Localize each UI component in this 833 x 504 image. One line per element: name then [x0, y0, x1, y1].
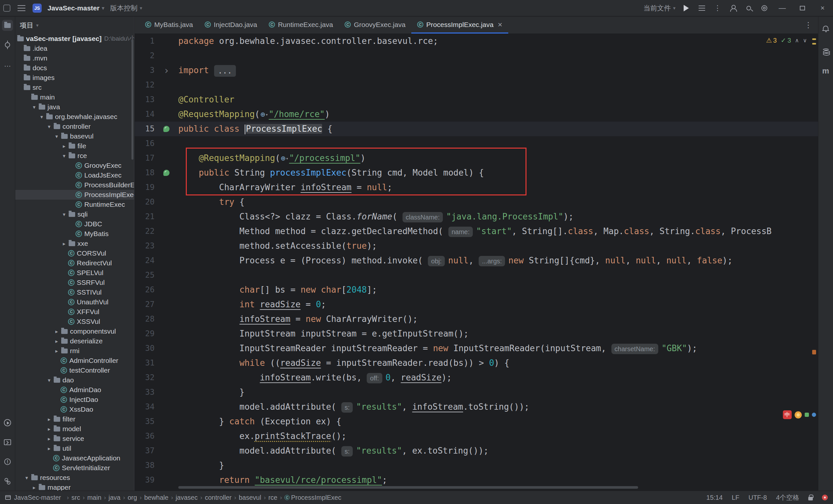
- tree-item[interactable]: ▸deserialize: [15, 336, 134, 346]
- tree-item[interactable]: CXSSVul: [15, 317, 134, 326]
- chevron-down-icon[interactable]: ▾: [60, 211, 68, 218]
- breadcrumb-item[interactable]: src: [72, 494, 80, 501]
- minimize-button[interactable]: —: [775, 2, 789, 14]
- maximize-button[interactable]: [795, 2, 810, 14]
- line-number[interactable]: 39: [135, 473, 154, 487]
- code-line[interactable]: 36 ex.printStackTrace();: [135, 429, 818, 444]
- ime-hand-icon[interactable]: [794, 411, 802, 419]
- tree-item[interactable]: CProcessImplExec: [15, 190, 134, 200]
- line-number[interactable]: 2: [135, 48, 154, 63]
- tree-item[interactable]: ▾rce: [15, 151, 134, 161]
- tree-item[interactable]: CJavasecApplication: [15, 453, 134, 463]
- inspections-widget[interactable]: ⚠ 3 ✓ 3 ∧ ∨: [766, 36, 807, 44]
- tree-item[interactable]: CUnauthVul: [15, 297, 134, 307]
- code-line[interactable]: 23 method.setAccessible(true);: [135, 239, 818, 253]
- line-number[interactable]: 1: [135, 34, 154, 48]
- run-configuration-widget[interactable]: 当前文件 ▾: [643, 4, 675, 13]
- tree-item[interactable]: ▸componentsvul: [15, 326, 134, 336]
- tree-item[interactable]: docs: [15, 63, 134, 73]
- tree-item[interactable]: ▾controller: [15, 122, 134, 131]
- tree-item[interactable]: CSPELVul: [15, 268, 134, 278]
- code-line[interactable]: 25: [135, 268, 818, 282]
- tree-item[interactable]: CSSRFVul: [15, 278, 134, 287]
- code-line[interactable]: 26 char[] bs = new char[2048];: [135, 282, 818, 297]
- chevron-right-icon[interactable]: ▸: [53, 348, 61, 354]
- search-everywhere-button[interactable]: [744, 3, 754, 13]
- line-number[interactable]: 12: [135, 78, 154, 92]
- editor-tab[interactable]: CGroovyExec.java: [339, 17, 411, 33]
- line-number[interactable]: 36: [135, 429, 154, 444]
- problems-tool-button[interactable]: !: [2, 456, 13, 467]
- tree-item[interactable]: .mvn: [15, 53, 134, 63]
- line-number[interactable]: 25: [135, 268, 154, 282]
- chevron-right-icon[interactable]: ▸: [53, 338, 61, 344]
- run-tool-button[interactable]: [2, 417, 13, 428]
- code-line[interactable]: 30 InputStreamReader inputStreamReader =…: [135, 341, 818, 356]
- caret-position[interactable]: 15:14: [707, 494, 723, 501]
- line-number[interactable]: 16: [135, 136, 154, 151]
- chevron-right-icon[interactable]: ▸: [45, 426, 53, 432]
- breadcrumb-item[interactable]: bewhale: [144, 494, 169, 501]
- code-line[interactable]: 34 model.addAttribute( s:"results", info…: [135, 400, 818, 414]
- line-number[interactable]: 31: [135, 356, 154, 370]
- code-line[interactable]: 24 Process e = (Process) method.invoke( …: [135, 253, 818, 268]
- project-badge[interactable]: JS: [32, 4, 42, 13]
- editor-tab[interactable]: CProcessImplExec.java×: [411, 17, 508, 33]
- notifications-button[interactable]: [820, 22, 831, 33]
- tree-item[interactable]: CtestController: [15, 366, 134, 375]
- tree-item[interactable]: ▸file: [15, 141, 134, 151]
- code-line[interactable]: 37 model.addAttribute( s:"results", ex.t…: [135, 444, 818, 458]
- tree-item[interactable]: ▾sqli: [15, 209, 134, 219]
- chevron-right-icon[interactable]: ▸: [45, 446, 53, 452]
- line-number[interactable]: 23: [135, 239, 154, 253]
- tab-options-button[interactable]: ⋮: [801, 21, 816, 30]
- line-number[interactable]: 21: [135, 209, 154, 224]
- tree-item[interactable]: CXssDao: [15, 404, 134, 414]
- tree-item[interactable]: ▸util: [15, 444, 134, 453]
- code-line[interactable]: 22 Method method = clazz.getDeclaredMeth…: [135, 224, 818, 239]
- tree-item[interactable]: CInjectDao: [15, 395, 134, 404]
- breadcrumb-item[interactable]: ProcessImplExec: [291, 494, 341, 501]
- tree-item[interactable]: vaSec-master [javasec]D:\baidu\小迪安全202..…: [15, 34, 134, 44]
- tree-item[interactable]: ▾org.bewhale.javasec: [15, 112, 134, 122]
- tree-item[interactable]: CProcessBuilderExec: [15, 180, 134, 190]
- spring-bean-gutter-icon[interactable]: [154, 122, 178, 136]
- ime-status-icon-green[interactable]: [805, 413, 809, 417]
- close-tab-icon[interactable]: ×: [498, 20, 502, 29]
- tree-item[interactable]: CRedirectVul: [15, 258, 134, 268]
- tree-item[interactable]: ▾basevul: [15, 131, 134, 141]
- tree-item[interactable]: ▾java: [15, 102, 134, 112]
- tree-item[interactable]: ▸mapper: [15, 482, 134, 491]
- previous-problem-button[interactable]: ∧: [795, 37, 799, 44]
- horizontal-scrollbar[interactable]: [178, 486, 638, 489]
- project-panel-header[interactable]: 项目 ▾: [15, 17, 134, 34]
- code-editor[interactable]: 1package org.bewhale.javasec.controller.…: [135, 34, 818, 491]
- maven-tool-button[interactable]: m: [820, 65, 831, 76]
- chevron-right-icon[interactable]: ▸: [60, 241, 68, 247]
- line-number[interactable]: 22: [135, 224, 154, 239]
- next-problem-button[interactable]: ∨: [803, 37, 807, 44]
- line-number[interactable]: 15: [135, 122, 154, 136]
- fold-collapsed-icon[interactable]: ›: [154, 63, 178, 78]
- project-name-widget[interactable]: JavaSec-master ▾: [48, 4, 104, 12]
- tree-item[interactable]: ▸filter: [15, 414, 134, 424]
- chevron-down-icon[interactable]: ▾: [30, 104, 38, 110]
- code-line[interactable]: 12: [135, 78, 818, 92]
- tree-item[interactable]: CLoadJsExec: [15, 170, 134, 180]
- indent-indicator[interactable]: 4个空格: [776, 493, 799, 502]
- vcs-widget[interactable]: 版本控制 ▾: [110, 4, 142, 13]
- line-number[interactable]: 33: [135, 385, 154, 400]
- chevron-right-icon[interactable]: ▸: [45, 436, 53, 442]
- more-tool-windows-button[interactable]: …: [2, 59, 13, 70]
- line-number[interactable]: 20: [135, 195, 154, 209]
- tree-item[interactable]: CGroovyExec: [15, 161, 134, 170]
- editor-tab[interactable]: CRuntimeExec.java: [263, 17, 339, 33]
- line-number[interactable]: 32: [135, 370, 154, 385]
- editor-tab[interactable]: CMyBatis.java: [139, 17, 199, 33]
- breadcrumb-item[interactable]: java: [109, 494, 121, 501]
- tree-item[interactable]: main: [15, 92, 134, 102]
- encoding-indicator[interactable]: UTF-8: [748, 494, 767, 501]
- code-line[interactable]: 32 infoStream.write(bs, off:0, readSize)…: [135, 370, 818, 385]
- line-number[interactable]: 35: [135, 414, 154, 429]
- database-tool-button[interactable]: [820, 44, 831, 55]
